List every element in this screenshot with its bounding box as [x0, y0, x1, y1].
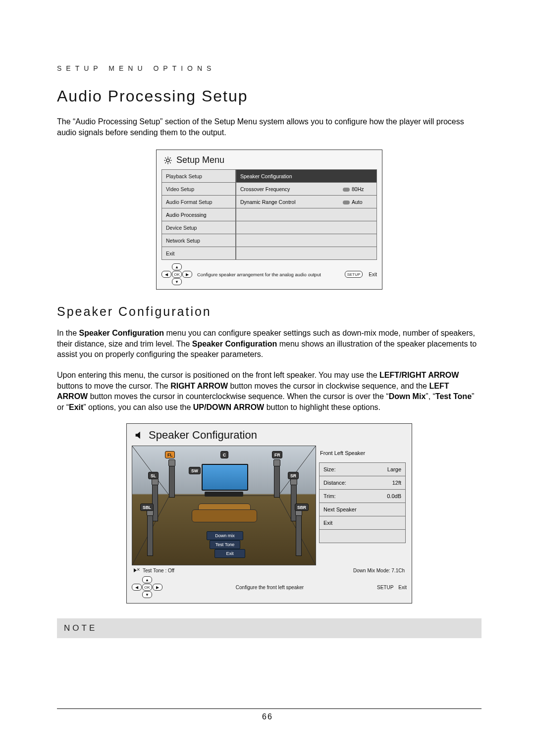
pillar-fr [274, 462, 280, 498]
shelf-illustration [205, 492, 243, 497]
gear-icon [163, 156, 172, 165]
speaker-label-sw[interactable]: SW [189, 467, 201, 474]
dpad-ok[interactable]: OK [172, 271, 182, 278]
setup-menu-screenshot: Setup Menu Playback Setup Video Setup Au… [156, 150, 382, 290]
note-heading-bar: NOTE [57, 618, 482, 638]
prop-trim[interactable]: Trim:0.0dB [319, 489, 406, 503]
speaker-label-sr[interactable]: SR [288, 472, 299, 479]
intro-paragraph: The “Audio Processing Setup” section of … [57, 116, 482, 138]
pillar-sbr [296, 511, 302, 556]
section-kicker: SETUP MENU OPTIONS [57, 64, 482, 72]
dpad-left[interactable]: ◀ [161, 271, 171, 278]
dpad-right[interactable]: ▶ [153, 584, 162, 591]
speaker-properties-panel: Front Left Speaker Size:Large Distance:1… [316, 446, 407, 565]
svg-point-0 [166, 159, 169, 162]
submenu-drc[interactable]: Dynamic Range Control Auto [236, 195, 377, 208]
dpad-right[interactable]: ▶ [182, 271, 192, 278]
menu-item-playback[interactable]: Playback Setup [161, 169, 236, 183]
footer-exit-label: Exit [369, 272, 377, 277]
prop-distance[interactable]: Distance:12ft [319, 476, 406, 490]
submenu-blank [236, 234, 377, 247]
submenu-blank [236, 221, 377, 234]
pillar-sbl [147, 511, 153, 556]
status-testtone: Test Tone : Off [143, 568, 174, 573]
speaker-label-fr[interactable]: FR [272, 451, 282, 458]
dpad-down[interactable]: ▼ [142, 591, 152, 598]
footer-exit-label: Exit [398, 585, 407, 590]
submenu-blank [236, 208, 377, 221]
footer-hint: Configure speaker arrangement for the an… [197, 272, 340, 277]
setup-menu-footer: ▲ ◀ OK ▶ ▼ Configure speaker arrangement… [157, 261, 382, 289]
submenu-label: Dynamic Range Control [240, 199, 338, 205]
speaker-config-paragraph-2: Upon entering this menu, the cursor is p… [57, 370, 482, 412]
speaker-label-sl[interactable]: SL [148, 472, 159, 479]
setup-button[interactable]: SETUP [377, 585, 393, 590]
status-downmixmode: Down Mix Mode: 7.1Ch [353, 568, 405, 573]
dpad-up[interactable]: ▲ [142, 576, 152, 583]
dpad-ok[interactable]: OK [142, 584, 152, 591]
section-heading-speaker-config: Speaker Configuration [57, 304, 482, 319]
page-heading: Audio Processing Setup [57, 87, 482, 105]
speaker-icon [134, 430, 145, 441]
dpad-up[interactable]: ▲ [172, 263, 182, 270]
setup-menu-titlebar: Setup Menu [157, 150, 382, 169]
speaker-label-sbl[interactable]: SBL [140, 504, 154, 511]
menu-item-exit[interactable]: Exit [161, 247, 236, 260]
svg-line-2 [278, 446, 316, 496]
slider-pill-icon [343, 188, 350, 192]
muted-icon [134, 567, 141, 573]
dpad-nav-cluster: ▲ ◀ OK ▶ ▼ [161, 263, 192, 285]
menu-item-network[interactable]: Network Setup [161, 234, 236, 247]
tv-illustration [202, 464, 248, 491]
submenu-crossover[interactable]: Crossover Frequency 80Hz [236, 182, 377, 196]
option-testtone[interactable]: Test Tone [210, 540, 240, 549]
prop-next-speaker[interactable]: Next Speaker [319, 503, 406, 516]
speaker-config-screenshot: Speaker Configuration [126, 423, 412, 604]
submenu-speaker-config[interactable]: Speaker Configuration [236, 169, 377, 183]
menu-item-audio-processing[interactable]: Audio Processing [161, 208, 236, 221]
dpad-down[interactable]: ▼ [172, 278, 182, 285]
note-label: NOTE [64, 623, 97, 633]
page-number: 66 [0, 712, 535, 721]
setup-button[interactable]: SETUP [345, 271, 363, 278]
speaker-room-illustration: FL C FR SW SL SR SBL SBR Down mix Test T… [132, 446, 316, 565]
submenu-value: Auto [343, 199, 373, 205]
prop-exit[interactable]: Exit [319, 516, 406, 530]
speaker-config-title: Speaker Configuration [127, 424, 412, 446]
menu-item-device[interactable]: Device Setup [161, 221, 236, 234]
svg-line-1 [132, 446, 169, 496]
dpad-nav-cluster: ▲ ◀ OK ▶ ▼ [132, 576, 162, 598]
speaker-config-paragraph-1: In the Speaker Configuration menu you ca… [57, 328, 482, 360]
option-exit[interactable]: Exit [214, 549, 245, 558]
prop-blank [319, 529, 406, 543]
submenu-blank [236, 247, 377, 260]
dpad-left[interactable]: ◀ [132, 584, 142, 591]
speaker-label-fl[interactable]: FL [165, 451, 175, 458]
menu-item-audio-format[interactable]: Audio Format Setup [161, 195, 236, 208]
setup-menu-right-col: Speaker Configuration Crossover Frequenc… [236, 169, 377, 259]
submenu-label: Speaker Configuration [240, 173, 373, 179]
prop-size[interactable]: Size:Large [319, 462, 406, 476]
speaker-label-sbr[interactable]: SBR [295, 504, 309, 511]
panel-heading: Front Left Speaker [319, 446, 406, 460]
footer-hint: Configure the front left speaker [167, 585, 372, 590]
couch-illustration [189, 500, 259, 524]
speaker-status-bar: Test Tone : Off Down Mix Mode: 7.1Ch [127, 565, 412, 573]
submenu-label: Crossover Frequency [240, 186, 338, 192]
speaker-footer: ▲ ◀ OK ▶ ▼ Configure the front left spea… [127, 573, 412, 603]
menu-item-video[interactable]: Video Setup [161, 182, 236, 196]
pillar-fl [169, 462, 175, 498]
setup-menu-heading: Setup Menu [176, 155, 224, 165]
speaker-label-c[interactable]: C [220, 451, 228, 458]
slider-pill-icon [343, 201, 350, 204]
page-rule [57, 708, 482, 709]
setup-menu-left-col: Playback Setup Video Setup Audio Format … [161, 169, 236, 259]
option-downmix[interactable]: Down mix [207, 531, 243, 540]
submenu-value: 80Hz [343, 186, 373, 192]
